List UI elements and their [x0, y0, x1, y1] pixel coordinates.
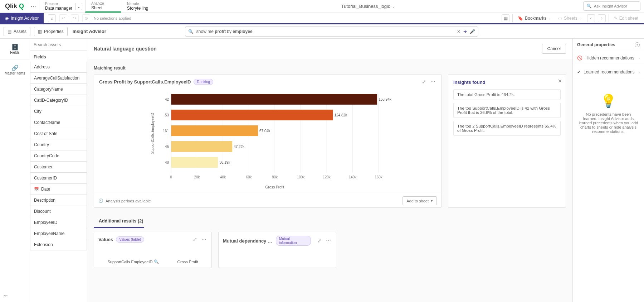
svg-text:40k: 40k — [220, 175, 226, 179]
field-item[interactable]: Address — [30, 62, 87, 73]
field-item[interactable]: Description — [30, 195, 87, 206]
field-item[interactable]: CountryCode — [30, 150, 87, 162]
learned-rec-label: Learned recommendations — [584, 69, 635, 75]
microphone-icon: 🎤 — [470, 29, 475, 34]
insight-advisor-button[interactable]: ◉ Insight Advisor — [0, 13, 44, 23]
chevron-right-icon: › — [601, 16, 602, 21]
hidden-recommendations-item[interactable]: 🚫 Hidden recommendations › — [573, 51, 644, 65]
smart-search-button[interactable]: ⌕ — [48, 14, 56, 22]
pencil-icon: ✎ — [614, 16, 618, 21]
field-item[interactable]: Extension — [30, 239, 87, 250]
chart-menu-button[interactable]: ⋯ — [430, 78, 436, 85]
step-back-button[interactable]: ↶ — [59, 14, 67, 22]
svg-text:36.19k: 36.19k — [219, 160, 230, 164]
nav-data-manager-label: Data manager — [45, 6, 72, 11]
clear-selections-button[interactable]: ⊘ — [82, 14, 90, 22]
ask-question-input[interactable]: 🔍 show me profit by employee ✕ ➔ 🎤 — [185, 27, 478, 37]
help-button[interactable]: ? — [635, 42, 640, 47]
expand-button[interactable]: ⤢ — [192, 236, 198, 243]
no-precedents-text: No precedents have been learned. Insight… — [579, 112, 638, 134]
nav-tab-narrate[interactable]: Narrate Storytelling — [121, 0, 157, 13]
field-item[interactable]: ContactName — [30, 117, 87, 128]
properties-label: Properties — [44, 29, 64, 34]
cancel-button[interactable]: Cancel — [542, 44, 566, 54]
close-icon: ✕ — [457, 29, 460, 34]
selections-tool-button[interactable]: ▦ — [502, 14, 509, 22]
app-title[interactable]: Tutorial_Business_logic ⌄ — [157, 0, 580, 13]
assets-label: Assets — [14, 29, 26, 34]
properties-button[interactable]: ▥ Properties — [34, 27, 68, 36]
svg-text:124.82k: 124.82k — [334, 113, 347, 117]
values-col-1: SupportCalls.EmployeeID — [107, 260, 152, 264]
svg-rect-29 — [171, 141, 232, 152]
more-icon: ⋯ — [201, 236, 206, 242]
additional-results-tab[interactable]: Additional results (2) — [94, 216, 144, 228]
svg-text:45: 45 — [165, 145, 169, 149]
learned-recommendations-item[interactable]: ✔ Learned recommendations › — [573, 65, 644, 79]
collapse-rail-button[interactable]: ⇤ — [0, 289, 30, 302]
card-menu-button[interactable]: ⋯ — [325, 237, 332, 244]
svg-text:160k: 160k — [375, 175, 383, 179]
bookmarks-dropdown[interactable]: 🔖 Bookmarks ⌄ — [516, 16, 553, 21]
field-item[interactable]: CustomerID — [30, 173, 87, 184]
field-item[interactable]: AverageCallSatisfaction — [30, 73, 87, 84]
search-assets-input[interactable] — [30, 39, 87, 51]
next-sheet-button[interactable]: › — [598, 14, 606, 22]
insight-advisor-title: Insight Advisor — [73, 29, 106, 34]
submit-question-button[interactable]: ➔ — [463, 29, 467, 34]
expand-icon: ⤢ — [317, 238, 322, 244]
hidden-rec-label: Hidden recommendations — [585, 56, 634, 61]
properties-icon: ▥ — [38, 29, 42, 34]
clear-question-button[interactable]: ✕ — [457, 29, 460, 34]
field-item[interactable]: Country — [30, 139, 87, 150]
svg-text:SupportCalls.EmployeeID: SupportCalls.EmployeeID — [151, 113, 155, 154]
svg-text:100k: 100k — [297, 175, 305, 179]
nav-tab-prepare[interactable]: Prepare Data manager ⌄ — [39, 0, 85, 13]
collapse-icon: ⇤ — [4, 293, 8, 298]
add-to-sheet-button[interactable]: Add to sheet ▾ — [402, 196, 437, 205]
chevron-right-icon: › — [639, 70, 640, 74]
assets-button[interactable]: ▤ Assets — [4, 27, 30, 36]
expand-chart-button[interactable]: ⤢ — [421, 78, 427, 85]
field-item[interactable]: EmployeeName — [30, 228, 87, 239]
chart-title: Gross Profit by SupportCalls.EmployeeID — [99, 79, 191, 85]
values-card-title: Values — [98, 237, 113, 242]
global-search-input[interactable]: 🔍 Ask Insight Advisor — [583, 1, 640, 11]
lightbulb-icon: 💡 — [600, 94, 616, 109]
field-item[interactable]: Customer — [30, 162, 87, 173]
field-item[interactable]: Cost of Sale — [30, 128, 87, 139]
values-card-badge: Values (table) — [116, 236, 144, 243]
field-item[interactable]: Date — [30, 184, 87, 195]
svg-rect-20 — [171, 94, 377, 105]
sheets-dropdown[interactable]: ▭ Sheets ⌄ — [556, 16, 584, 21]
svg-text:158.94k: 158.94k — [379, 97, 392, 101]
ask-question-text: show me profit by employee — [196, 29, 454, 34]
chevron-down-icon: ⌄ — [548, 16, 551, 20]
rail-fields[interactable]: 🗄️ Fields — [0, 39, 30, 59]
field-item[interactable]: EmployeeID — [30, 217, 87, 228]
nav-tab-analyze[interactable]: Analyze Sheet — [85, 0, 121, 13]
add-to-sheet-label: Add to sheet — [406, 199, 429, 203]
svg-text:120k: 120k — [323, 175, 331, 179]
chevron-down-icon[interactable]: ⌄ — [75, 3, 82, 10]
grid-icon: ▦ — [504, 16, 508, 21]
expand-button[interactable]: ⤢ — [317, 237, 322, 244]
insight-item: The total Gross Profit is 434.2k. — [453, 89, 561, 100]
field-item[interactable]: CatID-CategoryID — [30, 95, 87, 106]
card-menu-button[interactable]: ⋯ — [201, 236, 207, 243]
rail-fields-label: Fields — [10, 51, 20, 54]
chart-card: Gross Profit by SupportCalls.EmployeeID … — [94, 74, 441, 208]
field-item[interactable]: Discount — [30, 206, 87, 217]
prev-sheet-button[interactable]: ‹ — [587, 14, 595, 22]
app-menu-button[interactable]: ⋯ — [28, 0, 39, 13]
field-item[interactable]: City — [30, 106, 87, 117]
field-item[interactable]: CategoryName — [30, 84, 87, 95]
redo-icon: ↷ — [73, 16, 77, 21]
edit-sheet-button[interactable]: ✎ Edit sheet — [612, 16, 640, 21]
rail-master-label: Master items — [5, 71, 25, 75]
rail-master-items[interactable]: 🔗 Master items — [0, 59, 30, 80]
step-forward-button[interactable]: ↷ — [71, 14, 79, 22]
bar-chart[interactable]: 020k40k60k80k100k120k140k160kGross Profi… — [98, 90, 437, 191]
close-insights-button[interactable]: ✕ — [558, 78, 562, 84]
voice-input-button[interactable]: 🎤 — [470, 29, 475, 34]
